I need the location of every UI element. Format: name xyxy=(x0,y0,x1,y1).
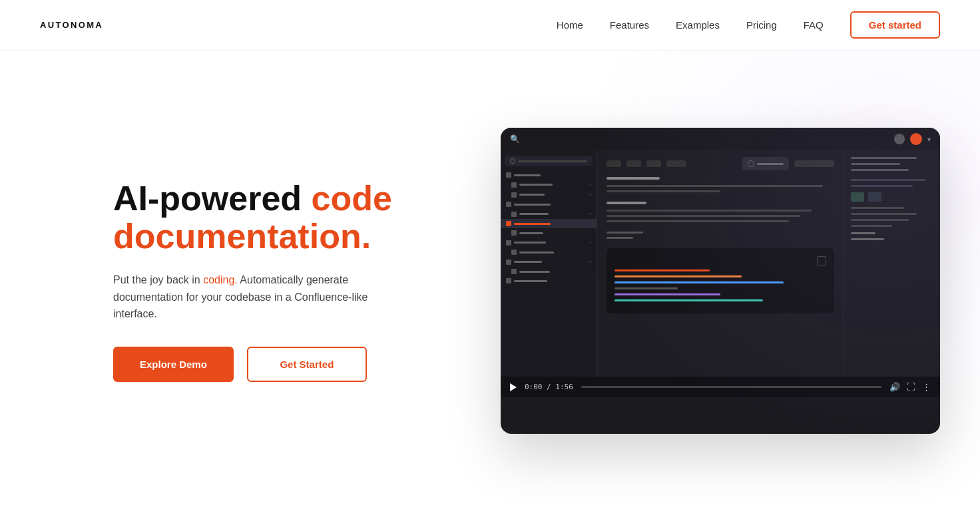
file-item-active[interactable] xyxy=(501,219,597,228)
content-section-1 xyxy=(607,177,834,192)
doc-line xyxy=(851,157,917,159)
hero-heading-documentation: documentation. xyxy=(113,217,371,256)
sidebar-search-bar xyxy=(518,160,587,162)
ide-area: › › › xyxy=(501,150,940,377)
content-line xyxy=(607,220,789,222)
video-topbar: 🔍 ▾ xyxy=(501,128,940,150)
hero-heading-orange: code xyxy=(312,179,392,218)
hero-subtext: Put the joy back in coding. Automaticall… xyxy=(113,271,393,323)
doc-line xyxy=(851,213,917,215)
file-icon xyxy=(511,230,517,236)
content-line xyxy=(607,237,633,239)
code-block xyxy=(607,248,834,313)
file-item[interactable] xyxy=(501,228,597,238)
file-icon xyxy=(511,192,517,198)
file-item[interactable] xyxy=(501,248,597,257)
file-icon xyxy=(506,172,511,178)
file-item[interactable] xyxy=(501,276,597,285)
nav-home[interactable]: Home xyxy=(557,19,583,31)
file-item[interactable]: › xyxy=(501,180,597,190)
file-name xyxy=(519,271,550,273)
editor-toolbar xyxy=(607,157,834,170)
doc-line xyxy=(851,225,892,227)
file-icon xyxy=(511,182,517,188)
file-item[interactable]: › xyxy=(501,190,597,200)
copy-icon xyxy=(817,256,826,265)
logo: AUTONOMA xyxy=(40,20,103,30)
section-heading xyxy=(607,177,660,180)
file-name-active xyxy=(514,223,551,225)
search-icon: 🔍 xyxy=(510,134,520,144)
progress-bar[interactable] xyxy=(581,386,881,388)
github-icon xyxy=(748,160,754,167)
explore-demo-button[interactable]: Explore Demo xyxy=(113,347,234,382)
hero-video: 🔍 ▾ xyxy=(446,128,940,434)
file-icon xyxy=(511,250,517,255)
ide-doc-panel xyxy=(844,150,940,377)
file-name xyxy=(514,174,541,176)
file-item[interactable]: › xyxy=(501,257,597,267)
file-icon xyxy=(511,269,517,274)
content-line xyxy=(607,215,800,217)
video-controls: 0:00 / 1:56 🔊 ⛶ ⋮ xyxy=(501,377,940,397)
volume-icon[interactable]: 🔊 xyxy=(889,382,900,392)
toolbar-item xyxy=(646,160,661,167)
code-line xyxy=(614,299,763,301)
sidebar-search-icon xyxy=(510,158,515,164)
play-button[interactable] xyxy=(510,383,517,391)
file-name xyxy=(519,184,553,186)
hero-heading-line1: AI-powered code xyxy=(113,179,392,218)
file-name xyxy=(514,280,547,282)
nav-examples[interactable]: Examples xyxy=(676,19,720,31)
navbar: AUTONOMA Home Features Examples Pricing … xyxy=(0,0,980,51)
content-line xyxy=(607,210,812,212)
hero-section: AI-powered code documentation. Put the j… xyxy=(0,51,980,511)
file-name xyxy=(519,232,543,234)
content-line xyxy=(607,190,720,192)
content-section-3 xyxy=(607,232,834,239)
file-item[interactable] xyxy=(501,200,597,209)
toolbar-item xyxy=(666,160,686,167)
video-mockup[interactable]: 🔍 ▾ xyxy=(501,128,940,434)
nav-faq[interactable]: FAQ xyxy=(804,19,824,31)
ide-sidebar: › › › xyxy=(501,150,597,377)
nav-links: Home Features Examples Pricing FAQ Get s… xyxy=(557,11,940,39)
nav-get-started-button[interactable]: Get started xyxy=(850,11,940,39)
file-icon xyxy=(511,212,517,217)
hero-text: AI-powered code documentation. Put the j… xyxy=(113,180,446,382)
chevron-down-icon: › xyxy=(589,259,591,265)
doc-line xyxy=(851,238,884,240)
avatar-dot xyxy=(910,133,922,145)
chevron-right-icon: › xyxy=(589,211,591,217)
code-line xyxy=(614,281,784,283)
file-item[interactable] xyxy=(501,170,597,180)
file-icon xyxy=(506,240,511,246)
ide-main xyxy=(597,150,844,377)
file-icon xyxy=(506,259,511,265)
thumb-down-icon xyxy=(868,192,881,202)
nav-pricing[interactable]: Pricing xyxy=(746,19,777,31)
hero-heading: AI-powered code documentation. xyxy=(113,180,419,256)
file-item[interactable] xyxy=(501,267,597,276)
video-time: 0:00 / 1:56 xyxy=(525,383,573,391)
file-item[interactable]: › xyxy=(501,238,597,248)
toolbar-item xyxy=(607,160,621,167)
get-started-button[interactable]: Get Started xyxy=(247,347,367,382)
chevron-right-icon: › xyxy=(589,182,591,188)
theme-toggle-icon xyxy=(894,134,905,144)
github-button[interactable] xyxy=(742,157,789,170)
video-controls-right: 🔊 ⛶ ⋮ xyxy=(889,382,931,392)
hero-buttons: Explore Demo Get Started xyxy=(113,347,419,382)
toolbar-btn-label xyxy=(757,163,784,165)
chevron-right-icon: › xyxy=(589,240,591,246)
fullscreen-icon[interactable]: ⛶ xyxy=(907,382,915,392)
file-icon xyxy=(506,202,511,207)
more-options-icon[interactable]: ⋮ xyxy=(922,382,931,392)
file-name xyxy=(519,252,554,254)
hero-subtext-orange: coding. xyxy=(203,274,238,285)
file-name xyxy=(514,261,542,263)
file-item[interactable]: › xyxy=(501,209,597,219)
doc-line xyxy=(851,163,900,165)
content-line xyxy=(607,185,823,187)
nav-features[interactable]: Features xyxy=(610,19,649,31)
